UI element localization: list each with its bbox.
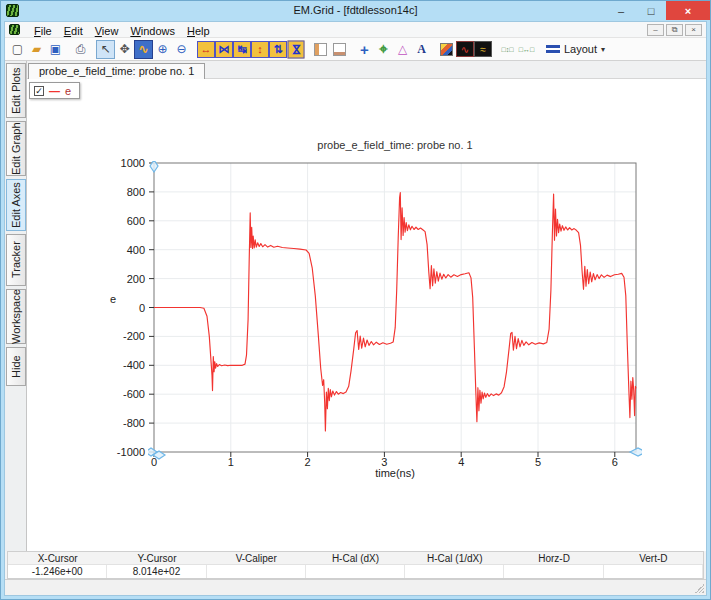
text-annotation-icon[interactable]: A (412, 40, 431, 59)
readout-header: H-Cal (dX) (306, 552, 405, 565)
zoom-in-icon[interactable]: ⊕ (153, 40, 172, 59)
zoom-window-icon[interactable]: ∿ (134, 40, 153, 59)
readout-value (306, 565, 405, 578)
sidebar-tab-tracker[interactable]: Tracker (6, 234, 26, 286)
readout-value (207, 565, 306, 578)
maximize-button[interactable]: □ (636, 1, 666, 20)
plot-panel: probe_e_field_time: probe no. 1 ✓ — e pr… (27, 61, 706, 551)
window-title: EM.Grid - [fdtdlesson14c] (1, 4, 710, 16)
document-tab[interactable]: probe_e_field_time: probe no. 1 (28, 63, 205, 80)
document-tab-strip: probe_e_field_time: probe no. 1 (27, 61, 706, 79)
h-axis-fit-icon[interactable]: ↹ (233, 41, 251, 58)
sidebar-tabs: Edit PlotsEdit GraphEdit AxesTrackerWork… (5, 61, 27, 551)
v-axis-expand-icon[interactable]: ↕ (251, 41, 269, 58)
sidebar-tab-edit-axes[interactable]: Edit Axes (6, 179, 26, 231)
plot-style-dark-red-icon[interactable]: ∿ (456, 41, 474, 57)
subplot-vertical-icon[interactable] (311, 40, 330, 59)
x-tick-label: 2 (293, 456, 323, 468)
sidebar-tab-edit-plots[interactable]: Edit Plots (6, 63, 26, 118)
title-bar: EM.Grid - [fdtdlesson14c] – □ × (1, 1, 710, 21)
readout-value (405, 565, 504, 578)
save-file-icon[interactable]: ▣ (46, 40, 65, 59)
open-file-icon[interactable]: ▰ (27, 40, 46, 59)
menu-windows[interactable]: Windows (124, 25, 181, 37)
readout-header: Vert-D (604, 552, 703, 565)
y-tick-label: -600 (101, 388, 145, 400)
readout-value: -1.246e+00 (8, 565, 107, 578)
pan-hand-icon[interactable]: ✥ (115, 40, 134, 59)
readout-header: H-Cal (1/dX) (405, 552, 504, 565)
chart-title: probe_e_field_time: probe no. 1 (154, 139, 636, 151)
print-icon[interactable]: ⎙ (71, 40, 90, 59)
tracker-cursor-icon[interactable]: ⌖ (374, 40, 393, 59)
readout-header: X-Cursor (8, 552, 107, 565)
v-axis-fit-icon[interactable]: ⋈ (288, 40, 305, 58)
y-tick-label: 0 (101, 302, 145, 314)
mdi-close-button[interactable]: × (685, 24, 702, 36)
chart-area: ✓ — e probe_e_field_time: probe no. 1 e … (27, 79, 706, 551)
readout-value (604, 565, 703, 578)
mdi-restore-button[interactable]: ⧉ (666, 24, 683, 36)
mdi-minimize-button[interactable]: – (647, 24, 664, 36)
resize-grip[interactable] (694, 583, 704, 593)
sidebar-tab-hide[interactable]: Hide (6, 347, 26, 386)
v-axis-compress-icon[interactable]: ⇅ (269, 41, 287, 58)
sidebar-tab-edit-graph[interactable]: Edit Graph (6, 121, 26, 176)
y-tick-label: 1000 (101, 157, 145, 169)
plot-style-dark-multi-icon[interactable]: ≈ (474, 41, 492, 57)
select-arrow-icon[interactable]: ↖ (96, 40, 115, 59)
y-tick-label: -400 (101, 359, 145, 371)
readout-value (504, 565, 603, 578)
toolbar: ▢▰▣⎙↖✥∿⊕⊖↔⋈↹↕⇅⋈+⌖△A∿≈□↕□□↔□Layout▾ (5, 37, 706, 61)
h-axis-expand-icon[interactable]: ↔ (197, 41, 215, 58)
x-tick-label: 4 (446, 456, 476, 468)
export-image-icon[interactable] (437, 40, 456, 59)
y-tick-label: -800 (101, 417, 145, 429)
series-visibility-checkbox[interactable]: ✓ (34, 86, 44, 96)
h-distribute-icon[interactable]: □↔□ (517, 40, 536, 59)
app-window: EM.Grid - [fdtdlesson14c] – □ × FileEdit… (0, 0, 711, 600)
main-frame: FileEditViewWindowsHelp – ⧉ × ▢▰▣⎙↖✥∿⊕⊖↔… (4, 21, 707, 596)
caliper-delta-icon[interactable]: △ (393, 40, 412, 59)
x-tick-label: 0 (139, 456, 169, 468)
status-bar (5, 579, 706, 595)
menu-edit[interactable]: Edit (58, 25, 89, 37)
x-tick-label: 1 (216, 456, 246, 468)
readout-header: V-Caliper (207, 552, 306, 565)
y-tick-label: 800 (101, 186, 145, 198)
layout-button[interactable]: Layout▾ (542, 40, 609, 59)
mdi-controls: – ⧉ × (647, 24, 702, 36)
cursor-readout-table: X-CursorY-CursorV-CaliperH-Cal (dX)H-Cal… (7, 551, 704, 579)
sidebar-tab-workspace[interactable]: Workspace (6, 289, 26, 344)
zoom-out-icon[interactable]: ⊖ (172, 40, 191, 59)
series-label: e (65, 85, 71, 97)
h-axis-compress-icon[interactable]: ⋈ (215, 41, 233, 58)
menu-help[interactable]: Help (181, 25, 216, 37)
v-distribute-icon[interactable]: □↕□ (498, 40, 517, 59)
chevron-down-icon: ▾ (601, 45, 605, 54)
add-curve-icon[interactable]: + (355, 40, 374, 59)
x-tick-label: 5 (523, 456, 553, 468)
y-tick-label: -200 (101, 330, 145, 342)
subplot-horizontal-icon[interactable] (330, 40, 349, 59)
menu-file[interactable]: File (28, 25, 58, 37)
readout-value: 8.014e+02 (107, 565, 206, 578)
readout-header: Horz-D (504, 552, 603, 565)
layout-bars-icon (546, 45, 560, 54)
legend-box: ✓ — e (29, 82, 80, 99)
x-axis-title: time(ns) (154, 467, 636, 479)
close-button[interactable]: × (666, 1, 710, 20)
minimize-button[interactable]: – (606, 1, 636, 20)
x-tick-label: 6 (600, 456, 630, 468)
new-document-icon[interactable]: ▢ (8, 40, 27, 59)
x-tick-label: 3 (369, 456, 399, 468)
waveform-plot[interactable] (148, 161, 642, 460)
menu-view[interactable]: View (89, 25, 125, 37)
menu-bar: FileEditViewWindowsHelp – ⧉ × (5, 22, 706, 37)
layout-label: Layout (564, 43, 597, 55)
readout-header: Y-Cursor (107, 552, 206, 565)
y-tick-label: 200 (101, 273, 145, 285)
y-tick-label: 400 (101, 244, 145, 256)
document-logo-icon (9, 24, 20, 35)
series-line-sample: — (49, 85, 60, 97)
